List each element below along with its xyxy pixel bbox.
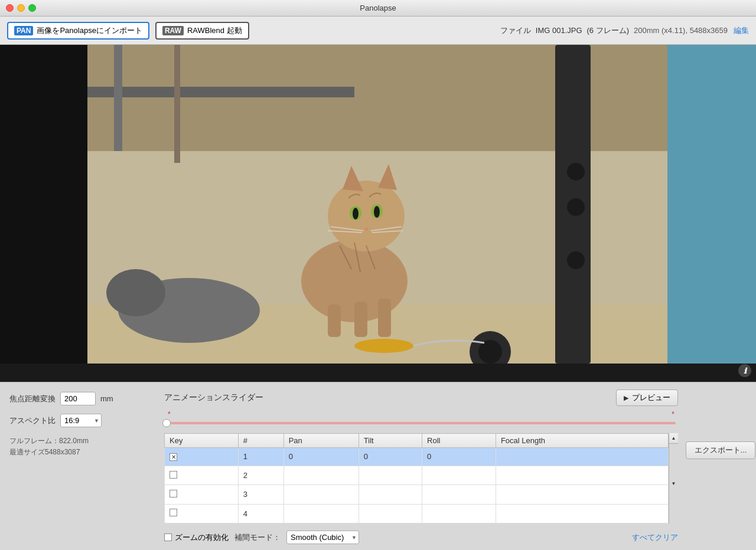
tilt-cell (359, 504, 422, 523)
interpolation-select-wrapper: Smooth (Cubic) Linear Constant ▼ (286, 531, 359, 544)
col-focal: Focal Length (496, 434, 668, 448)
edit-link[interactable]: 編集 (734, 25, 749, 36)
svg-rect-28 (378, 299, 391, 337)
aspect-ratio-row: アスペクト比 16:9 4:3 3:2 1:1 ▼ (9, 414, 150, 427)
app-title: Panolapse (360, 4, 396, 12)
slider-track[interactable] (167, 422, 676, 424)
preview-button[interactable]: ▶ プレビュー (616, 389, 678, 406)
svg-rect-8 (567, 198, 585, 216)
svg-rect-1 (667, 45, 756, 364)
col-num: # (238, 434, 284, 448)
svg-rect-26 (328, 305, 341, 337)
close-button[interactable] (6, 4, 14, 12)
svg-marker-21 (365, 228, 369, 231)
svg-point-35 (470, 331, 511, 364)
svg-line-22 (331, 227, 363, 231)
file-details: 200mm (x4.11), 5488x3659 (634, 26, 728, 35)
svg-point-19 (353, 208, 359, 220)
file-frames: (6 フレーム) (587, 25, 630, 36)
svg-point-36 (478, 340, 502, 364)
svg-marker-15 (343, 166, 363, 191)
key-checkbox[interactable] (170, 509, 177, 516)
info-icon[interactable]: ℹ (738, 364, 751, 377)
preview-label: プレビュー (632, 392, 670, 403)
bottom-controls: ズームの有効化 補間モード： Smooth (Cubic) Linear Con… (164, 528, 678, 544)
scroll-up-button[interactable]: ▲ (669, 433, 678, 444)
raw-badge: RAW (162, 26, 184, 35)
raw-label: RAWBlend 起動 (187, 25, 242, 36)
scroll-down-button[interactable]: ▼ (669, 444, 678, 523)
interpolation-select[interactable]: Smooth (Cubic) Linear Constant (286, 531, 359, 544)
svg-rect-5 (87, 305, 667, 364)
aspect-select[interactable]: 16:9 4:3 3:2 1:1 (60, 414, 102, 427)
pan-badge: PAN (14, 26, 33, 35)
svg-point-32 (118, 278, 260, 343)
toolbar: PAN 画像をPanolapseにインポート RAW RAWBlend 起動 フ… (0, 17, 756, 45)
tilt-cell: 0 (359, 448, 422, 466)
key-cell[interactable] (165, 504, 239, 523)
file-prefix: ファイル (500, 25, 531, 36)
svg-line-25 (372, 231, 403, 233)
aspect-select-wrapper: 16:9 4:3 3:2 1:1 ▼ (60, 414, 102, 427)
slider-track-container[interactable] (167, 418, 676, 428)
aspect-label: アスペクト比 (9, 415, 56, 426)
clear-all-button[interactable]: すべてクリア (632, 532, 678, 543)
rawblend-button[interactable]: RAW RAWBlend 起動 (155, 22, 249, 40)
slider-thumb[interactable] (162, 419, 171, 427)
focal-cell (496, 448, 668, 466)
export-button[interactable]: エクスポート... (686, 441, 756, 459)
minimize-button[interactable] (17, 4, 25, 12)
window-controls[interactable] (6, 4, 36, 12)
pan-cell: 0 (284, 448, 359, 466)
focal-cell (496, 504, 668, 523)
svg-rect-27 (354, 302, 367, 337)
table-row[interactable]: ✕1000 (165, 448, 669, 466)
pan-cell (284, 466, 359, 484)
focal-cell (496, 485, 668, 504)
zoom-label: ズームの有効化 (175, 532, 229, 543)
pan-cell (284, 485, 359, 504)
svg-rect-6 (555, 45, 591, 364)
key-checkbox[interactable]: ✕ (170, 453, 177, 461)
num-cell: 1 (238, 448, 284, 466)
svg-point-18 (371, 204, 383, 218)
animation-title: アニメーションスライダー (164, 392, 263, 403)
table-row[interactable]: 3 (165, 485, 669, 504)
svg-rect-9 (567, 251, 585, 269)
svg-rect-7 (567, 163, 585, 181)
svg-line-31 (366, 245, 375, 269)
svg-line-29 (340, 245, 351, 269)
optimal-size-info: 最適サイズ5488x3087 (9, 447, 150, 458)
table-row[interactable]: 4 (165, 504, 669, 523)
svg-rect-0 (0, 45, 87, 364)
import-button[interactable]: PAN 画像をPanolapseにインポート (7, 22, 149, 40)
focal-label: 焦点距離変換 (9, 394, 56, 404)
roll-cell: 0 (422, 448, 496, 466)
focal-length-row: 焦点距離変換 mm (9, 392, 150, 405)
zoom-enable-label[interactable]: ズームの有効化 (164, 532, 229, 543)
col-key: Key (165, 434, 239, 448)
play-icon: ▶ (624, 394, 628, 402)
maximize-button[interactable] (28, 4, 36, 12)
key-cell[interactable] (165, 466, 239, 484)
svg-rect-2 (87, 45, 667, 364)
key-cell[interactable] (165, 485, 239, 504)
key-cell[interactable]: ✕ (165, 448, 239, 466)
col-pan: Pan (284, 434, 359, 448)
num-cell: 2 (238, 466, 284, 484)
svg-line-23 (328, 231, 362, 233)
image-area: ℹ (0, 45, 756, 382)
table-row[interactable]: 2 (165, 466, 669, 484)
zoom-checkbox[interactable] (164, 533, 172, 541)
file-name: IMG 001.JPG (536, 26, 582, 35)
table-container: Key # Pan Tilt Roll Focal Length ✕100023… (164, 433, 678, 523)
key-checkbox[interactable] (170, 471, 177, 479)
svg-point-34 (354, 339, 413, 353)
keyframe-table: Key # Pan Tilt Roll Focal Length ✕100023… (164, 433, 669, 523)
focal-input[interactable] (60, 392, 96, 405)
slider-area: * * (164, 411, 678, 428)
slider-dot-right: * (672, 411, 674, 418)
pan-label: 画像をPanolapseにインポート (37, 25, 142, 36)
key-checkbox[interactable] (170, 490, 177, 497)
roll-cell (422, 466, 496, 484)
